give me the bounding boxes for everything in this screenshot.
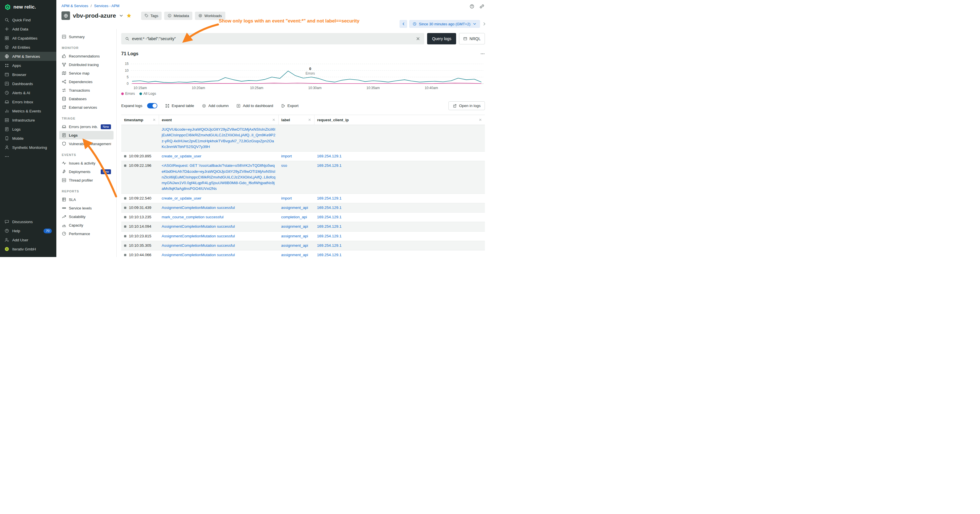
label-link[interactable]: assignment_api <box>281 243 308 248</box>
column-header-label[interactable]: label <box>278 115 314 125</box>
request-client-ip-link[interactable]: 169.254.129.1 <box>317 253 342 257</box>
log-row[interactable]: 10:10:14.094 AssignmentCompletionMutatio… <box>121 222 485 231</box>
breadcrumb-link-services-apm[interactable]: Services - APM <box>94 4 119 8</box>
label-link[interactable]: assignment_api <box>281 224 308 229</box>
global-nav-item[interactable]: Browser <box>0 70 56 79</box>
global-nav-footer-item[interactable]: Add User <box>0 236 56 245</box>
add-to-dashboard-button[interactable]: Add to dashboard <box>237 103 273 108</box>
entity-nav-item[interactable]: Distributed tracing <box>59 60 113 69</box>
request-client-ip-link[interactable]: 169.254.129.1 <box>317 205 342 210</box>
request-client-ip-link[interactable]: 169.254.129.1 <box>317 215 342 219</box>
request-client-ip-link[interactable]: 169.254.129.1 <box>317 243 342 248</box>
global-nav-item[interactable]: Infrastructure <box>0 116 56 125</box>
entity-chip-button[interactable]: Tags <box>141 12 162 20</box>
entity-nav-item[interactable]: Transactions <box>59 86 113 94</box>
global-nav-item[interactable]: Synthetic Monitoring <box>0 143 56 152</box>
row-expand-square[interactable] <box>124 245 126 247</box>
global-nav-footer-item[interactable]: Help 70 <box>0 226 56 236</box>
log-row[interactable]: 10:10:44.066 AssignmentCompletionMutatio… <box>121 250 485 257</box>
global-nav-item[interactable]: Metrics & Events <box>0 107 56 116</box>
label-link[interactable]: sso <box>281 163 287 168</box>
log-query-bar[interactable] <box>121 33 424 45</box>
global-nav-item[interactable]: Alerts & AI <box>0 88 56 97</box>
log-row[interactable]: 10:10:35.305 AssignmentCompletionMutatio… <box>121 241 485 250</box>
more-options-icon[interactable] <box>480 51 485 56</box>
entity-nav-item[interactable]: Capacity <box>59 221 113 229</box>
entity-nav-item[interactable]: Recommendations <box>59 52 113 60</box>
request-client-ip-link[interactable]: 169.254.129.1 <box>317 224 342 229</box>
global-nav-footer-item[interactable]: Iterativ GmbH <box>0 245 56 254</box>
global-nav-item[interactable] <box>0 152 56 161</box>
global-nav-item[interactable]: Add Data <box>0 24 56 33</box>
entity-nav-item[interactable]: Issues & activity <box>59 159 113 167</box>
row-expand-square[interactable] <box>124 155 126 158</box>
entity-nav-item[interactable]: Logs <box>59 131 113 140</box>
global-nav-item[interactable]: Mobile <box>0 134 56 143</box>
time-forward-button[interactable] <box>482 22 487 26</box>
remove-column-icon[interactable] <box>308 118 311 121</box>
entity-nav-item[interactable]: Dependencies <box>59 77 113 86</box>
remove-column-icon[interactable] <box>272 118 275 121</box>
export-button[interactable]: Export <box>281 103 299 108</box>
log-row[interactable]: 10:10:23.815 AssignmentCompletionMutatio… <box>121 231 485 241</box>
log-row[interactable]: 10:09:20.895 create_or_update_user impor… <box>121 152 485 161</box>
event-link[interactable]: create_or_update_user <box>162 196 202 201</box>
log-row[interactable]: 10:09:31.439 AssignmentCompletionMutatio… <box>121 203 485 212</box>
query-logs-button[interactable]: Query logs <box>427 33 456 45</box>
row-expand-square[interactable] <box>124 235 126 237</box>
nrql-button[interactable]: NRQL <box>459 33 485 45</box>
expand-logs-toggle[interactable] <box>147 103 158 108</box>
request-client-ip-link[interactable]: 169.254.129.1 <box>317 163 342 168</box>
entity-nav-item[interactable]: Databases <box>59 94 113 103</box>
log-row[interactable]: 10:09:22.196 <ASGIRequest: GET '/sso/cal… <box>121 161 485 194</box>
entity-nav-item[interactable]: TRIAGE <box>59 115 113 121</box>
label-link[interactable]: import <box>281 154 292 158</box>
entity-switcher-chevron-down-icon[interactable] <box>119 13 124 18</box>
entity-chip-button[interactable]: Metadata <box>164 12 192 20</box>
global-nav-item[interactable]: Quick Find <box>0 15 56 24</box>
label-link[interactable]: assignment_api <box>281 253 308 257</box>
open-in-logs-button[interactable]: Open in logs <box>449 101 485 110</box>
help-icon[interactable] <box>469 4 474 9</box>
row-expand-square[interactable] <box>124 225 126 228</box>
entity-nav-item[interactable]: Deployments New <box>59 167 113 176</box>
expand-table-button[interactable]: Expand table <box>165 103 194 108</box>
entity-nav-item[interactable]: MONITOR <box>59 45 113 51</box>
new-relic-brand[interactable]: new relic. <box>0 0 56 14</box>
entity-nav-item[interactable]: External services <box>59 103 113 111</box>
global-nav-item[interactable]: Apps <box>0 61 56 70</box>
global-nav-footer-item[interactable]: Discussions <box>0 217 56 226</box>
entity-nav-item[interactable]: EVENTS <box>59 152 113 158</box>
label-link[interactable]: assignment_api <box>281 205 308 210</box>
legend-item[interactable]: All Logs <box>140 92 156 95</box>
column-header-timestamp[interactable]: timestamp <box>121 115 159 125</box>
event-link[interactable]: create_or_update_user <box>162 154 202 158</box>
global-nav-item[interactable]: Dashboards <box>0 79 56 88</box>
legend-item[interactable]: Errors <box>121 92 135 95</box>
row-expand-square[interactable] <box>124 254 126 256</box>
entity-nav-item[interactable]: Summary <box>59 32 113 41</box>
log-row[interactable]: JUQVU&code=eyJraWQiOiJjcGltY29yZV8wOTl1M… <box>121 125 485 152</box>
label-link[interactable]: assignment_api <box>281 234 308 238</box>
add-column-button[interactable]: Add column <box>202 103 229 108</box>
entity-nav-item[interactable]: Performance <box>59 229 113 238</box>
clear-query-icon[interactable] <box>416 37 420 41</box>
row-expand-square[interactable] <box>124 207 126 209</box>
label-link[interactable]: completion_api <box>281 215 307 219</box>
entity-nav-item[interactable]: Errors (errors inb... New <box>59 123 113 131</box>
log-query-input[interactable] <box>132 37 413 41</box>
request-client-ip-link[interactable]: 169.254.129.1 <box>317 154 342 158</box>
favorite-star-icon[interactable] <box>126 13 132 18</box>
column-header-request-client-ip[interactable]: request_client_ip <box>314 115 485 125</box>
row-expand-square[interactable] <box>124 197 126 199</box>
event-link[interactable]: <ASGIRequest: GET '/sso/callback/?state=… <box>162 163 275 191</box>
entity-nav-item[interactable]: Thread profiler <box>59 176 113 185</box>
remove-column-icon[interactable] <box>153 118 156 121</box>
event-link[interactable]: AssignmentCompletionMutation successful <box>162 224 235 229</box>
entity-nav-item[interactable]: Service levels <box>59 204 113 212</box>
event-link[interactable]: AssignmentCompletionMutation successful <box>162 234 235 238</box>
permalink-icon[interactable] <box>479 4 484 9</box>
time-back-button[interactable] <box>399 20 407 28</box>
column-header-event[interactable]: event <box>159 115 278 125</box>
event-link[interactable]: AssignmentCompletionMutation successful <box>162 253 235 257</box>
